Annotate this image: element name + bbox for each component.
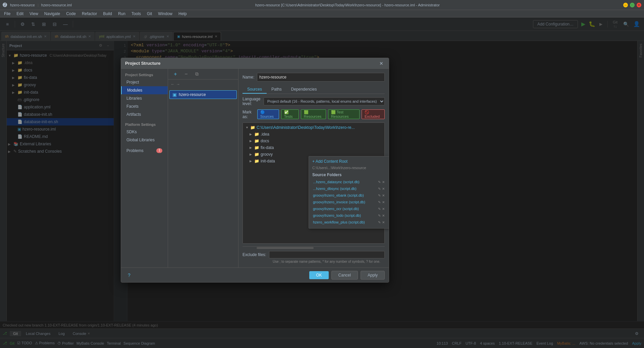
dtree-label-docs: docs <box>261 139 269 143</box>
dtree-folder-groovy-icon: 📁 <box>254 152 259 157</box>
maximize-button[interactable]: □ <box>630 3 635 7</box>
module-list: ▣ hzero-resource <box>168 89 238 267</box>
popup-edit-4[interactable]: ✎ <box>378 200 381 204</box>
nav-item-artifacts[interactable]: Artifacts <box>121 110 168 118</box>
dialog-title: Project Structure <box>125 61 160 66</box>
dtree-label-groovy: groovy <box>261 152 273 157</box>
popup-item-label-6: groovy\hzero_todo (script.db) <box>313 213 361 217</box>
lang-level-label: Language level: <box>243 97 261 106</box>
scrollbar-thumb <box>257 247 314 249</box>
problems-section: Problems 1 <box>121 147 168 155</box>
badge-sources[interactable]: 🔵 Sources <box>257 109 279 119</box>
add-module-button[interactable]: + <box>171 69 180 79</box>
nav-breadcrumb: ← → <box>168 80 238 89</box>
nav-item-modules[interactable]: Modules <box>121 86 168 94</box>
remove-module-button[interactable]: − <box>181 69 191 79</box>
nav-item-problems[interactable]: Problems 1 <box>121 147 168 155</box>
popup-remove-7[interactable]: ✕ <box>382 220 385 224</box>
dtree-idea[interactable]: ▶ 📁 .idea <box>244 131 383 138</box>
dialog-body: Project Settings Project Modules Librari… <box>121 69 389 267</box>
dtree-folder-docs-icon: 📁 <box>254 139 259 143</box>
menu-view[interactable]: View <box>27 11 41 17</box>
nav-item-facets[interactable]: Facets <box>121 102 168 110</box>
popup-edit-5[interactable]: ✎ <box>378 207 381 211</box>
popup-item-1: ...hzero_datasync (script.db) ✎ ✕ <box>312 179 385 185</box>
dialog-close-button[interactable]: ✕ <box>378 60 385 67</box>
badge-test-resources[interactable]: 🟩 Test Resources <box>328 109 360 119</box>
file-name: hzero-resource.iml <box>41 3 72 7</box>
dialog-navigation: Project Settings Project Modules Librari… <box>121 69 168 267</box>
badge-resources[interactable]: 🟩 Resources <box>301 109 326 119</box>
cancel-button[interactable]: Cancel <box>331 271 358 280</box>
mark-as-label: Mark as: <box>243 110 255 119</box>
nav-item-libraries[interactable]: Libraries <box>121 94 168 102</box>
nav-item-global-libraries[interactable]: Global Libraries <box>121 136 168 144</box>
menu-help[interactable]: Help <box>176 11 190 17</box>
dialog-middle-panel: + − ⧉ ← → ▣ hzero-resource <box>168 69 238 267</box>
popup-edit-3[interactable]: ✎ <box>378 194 381 197</box>
popup-item-actions-7: ✎ ✕ <box>378 220 385 224</box>
popup-item-label-7: hzero_workflow_plus (script.db) <box>313 220 365 224</box>
popup-edit-7[interactable]: ✎ <box>378 220 381 224</box>
menu-window[interactable]: Window <box>155 11 175 17</box>
dtree-docs[interactable]: ▶ 📁 docs <box>244 138 383 144</box>
popup-remove-6[interactable]: ✕ <box>382 214 385 217</box>
tab-sources[interactable]: Sources <box>243 86 267 94</box>
popup-item-4: groovy\hzero_invoice (script.db) ✎ ✕ <box>312 199 385 205</box>
dtree-arrow-groovy: ▶ <box>250 153 253 156</box>
name-label: Name: <box>243 75 254 80</box>
popup-item-2: ...hzero_dbsync (script.db) ✎ ✕ <box>312 185 385 192</box>
popup-remove-3[interactable]: ✕ <box>382 194 385 197</box>
popup-edit-6[interactable]: ✎ <box>378 214 381 217</box>
menu-refactor[interactable]: Refactor <box>79 11 100 17</box>
badge-tests[interactable]: ✅ Tests <box>281 109 299 119</box>
apply-button[interactable]: Apply <box>361 271 385 280</box>
dialog-right-panel: Name: Sources Paths Dependencies Languag… <box>238 69 389 267</box>
close-button[interactable]: ✕ <box>637 3 641 7</box>
popup-remove-2[interactable]: ✕ <box>382 187 385 191</box>
nav-item-project[interactable]: Project <box>121 78 168 86</box>
menu-build[interactable]: Build <box>100 11 115 17</box>
tree-scrollbar[interactable] <box>243 246 385 249</box>
dtree-folder-initdata-icon: 📁 <box>254 159 259 163</box>
popup-item-actions-1: ✎ ✕ <box>378 180 385 184</box>
menu-git[interactable]: Git <box>144 11 155 17</box>
breadcrumb-forward[interactable]: → <box>176 82 180 87</box>
dtree-fix-data[interactable]: ▶ 📁 fix-data <box>244 144 383 151</box>
problems-badge: 1 <box>156 148 162 153</box>
name-row: Name: <box>243 73 385 82</box>
lang-level-select[interactable]: Project default (16 - Records, patterns,… <box>264 97 385 105</box>
menu-file[interactable]: File <box>1 11 13 17</box>
copy-module-button[interactable]: ⧉ <box>192 69 202 79</box>
popup-item-5: groovy\hzero_ocr (script.db) ✎ ✕ <box>312 205 385 212</box>
dialog-help-button[interactable]: ? <box>125 272 133 278</box>
popup-item-actions-3: ✎ ✕ <box>378 194 385 197</box>
minimize-button[interactable]: ─ <box>623 3 628 7</box>
menu-run[interactable]: Run <box>115 11 128 17</box>
popup-edit-2[interactable]: ✎ <box>378 187 381 191</box>
dtree-root-arrow: ▼ <box>246 126 249 129</box>
language-level-row: Language level: Project default (16 - Re… <box>243 97 385 106</box>
menu-edit[interactable]: Edit <box>14 11 26 17</box>
exclude-files-input[interactable] <box>269 251 385 258</box>
name-input[interactable] <box>257 73 385 82</box>
tab-dependencies[interactable]: Dependencies <box>286 86 322 94</box>
dtree-root[interactable]: ▼ 📁 C:\Users\Administrator\Desktop\Today… <box>244 124 383 131</box>
ok-button[interactable]: OK <box>309 271 328 279</box>
breadcrumb-back[interactable]: ← <box>171 82 175 87</box>
menu-navigate[interactable]: Navigate <box>42 11 63 17</box>
nav-item-sdks[interactable]: SDKs <box>121 128 168 136</box>
module-item-hzero-resource[interactable]: ▣ hzero-resource <box>169 90 237 99</box>
popup-remove-4[interactable]: ✕ <box>382 200 385 204</box>
dtree-arrow-idea: ▶ <box>250 133 253 136</box>
menu-code[interactable]: Code <box>63 11 78 17</box>
tab-paths[interactable]: Paths <box>267 86 286 94</box>
popup-edit-1[interactable]: ✎ <box>378 180 381 184</box>
add-content-root-button[interactable]: + Add Content Root <box>312 159 385 164</box>
popup-remove-1[interactable]: ✕ <box>382 180 385 184</box>
menu-tools[interactable]: Tools <box>129 11 144 17</box>
badge-excluded[interactable]: 🚫 Excluded <box>362 109 385 119</box>
platform-settings-section: Platform Settings <box>121 121 168 128</box>
popup-remove-5[interactable]: ✕ <box>382 207 385 211</box>
app-icon: 🅙 <box>3 2 7 8</box>
